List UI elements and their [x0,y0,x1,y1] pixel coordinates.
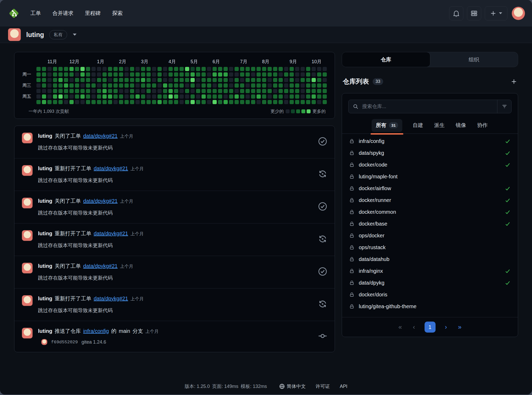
feed-avatar[interactable] [22,328,33,339]
repo-link[interactable]: data/spykg [359,150,384,156]
feed-entry-title: luting重新打开了工单data/dpykg#21上个月 [38,295,313,302]
repo-list-item[interactable]: data/spykg [342,147,518,159]
repo-search-input[interactable] [362,103,497,110]
feed-avatar[interactable] [22,132,33,143]
feed-actor-link[interactable]: luting [38,296,52,302]
filter-tab-forks[interactable]: 派生 [434,119,445,134]
filter-tab-mirrors[interactable]: 镜像 [455,119,467,134]
repo-list-item[interactable]: docker/base [342,218,518,230]
feed-actor-link[interactable]: luting [38,133,52,139]
feed-actor-link[interactable]: luting [38,231,52,237]
nav-item-pulls[interactable]: 合并请求 [52,10,73,17]
feed-actor-link[interactable]: luting [38,198,52,204]
commit-hash-link[interactable]: f69d552029 [51,340,78,345]
heatmap-cell [91,89,96,93]
gitea-logo-icon[interactable] [8,7,20,19]
repo-list-item[interactable]: docker/code [342,159,518,171]
filter-tab-collaborative[interactable]: 协作 [477,119,488,134]
repo-link[interactable]: docker/doris [359,292,387,298]
repo-link[interactable]: infra/nginx [359,268,383,274]
heatmap-cell [47,89,52,93]
pagination-last-button[interactable]: » [457,323,463,331]
repo-list-item[interactable]: data/dpykg [342,277,518,289]
heatmap-cell [141,89,145,93]
repo-link[interactable]: data/dpykg [359,280,384,286]
feed-avatar[interactable] [22,295,33,306]
heatmap-cell [185,83,189,88]
server-icon [471,10,477,17]
repo-list-item[interactable]: data/datahub [342,253,518,265]
feed-entry-title: luting关闭了工单data/dpykg#21上个月 [38,198,313,205]
admin-panel-button[interactable] [467,6,481,20]
repo-link[interactable]: docker/airflow [359,185,391,191]
feed-entry-title: luting推送了仓库infra/config的main分支上个月 [38,328,313,335]
feed-target-link[interactable]: data/dpykg#21 [94,231,128,237]
footer-language-link[interactable]: 简体中文 [279,383,306,389]
repo-link[interactable]: luting/gitea-github-theme [359,303,416,309]
repo-filter-button[interactable] [497,100,511,113]
create-new-button[interactable] [485,6,507,20]
filter-tab-all[interactable]: 所有31 [372,119,402,132]
nav-item-explore[interactable]: 探索 [112,10,123,17]
repo-link[interactable]: docker/base [359,221,387,227]
feed-target-link[interactable]: data/dpykg#21 [83,263,117,269]
heatmap-cell [163,67,167,71]
repo-link[interactable]: docker/runner [359,197,391,203]
heatmap-cell [102,83,107,88]
feed-target-link[interactable]: infra/config [83,328,109,334]
repo-link[interactable]: infra/config [359,138,384,144]
repo-link[interactable]: ops/rustack [359,244,386,250]
heatmap-cell [158,89,162,93]
feed-actor-link[interactable]: luting [38,263,52,269]
feed-commit-row: f69d552029gitea 1.24.6 [41,339,313,345]
repo-link[interactable]: luting/maple-font [359,174,398,180]
add-repo-button[interactable] [511,78,517,85]
feed-target-link[interactable]: data/dpykg#21 [83,198,117,204]
pagination-page-1-button[interactable]: 1 [425,322,436,333]
feed-target-link[interactable]: data/dpykg#21 [94,296,128,302]
feed-actor-link[interactable]: luting [38,166,52,172]
repo-list-item[interactable]: docker/airflow [342,183,518,194]
pagination-next-button[interactable]: › [443,323,449,331]
repo-list-item[interactable]: infra/config [342,135,518,147]
feed-actor-link[interactable]: luting [38,328,52,334]
status-check-icon [505,138,511,144]
repo-link[interactable]: docker/common [359,209,396,215]
profile-caret-down-icon[interactable] [73,34,77,36]
repo-link[interactable]: docker/code [359,162,387,168]
repo-list-item[interactable]: ops/rustack [342,242,518,253]
repo-list-item[interactable]: luting/maple-font [342,171,518,183]
tab-organizations[interactable]: 组织 [430,52,518,67]
nav-item-issues[interactable]: 工单 [30,10,41,17]
repo-list-item[interactable]: docker/common [342,206,518,218]
profile-username-link[interactable]: luting [26,31,44,39]
repo-list-item[interactable]: docker/runner [342,194,518,206]
heatmap-cell [251,100,255,104]
footer-api-link[interactable]: API [340,384,348,389]
feed-target-link[interactable]: data/dpykg#21 [94,166,128,172]
heatmap-cell [102,100,107,104]
repo-list-item[interactable]: luting/gitea-github-theme [342,301,518,312]
user-avatar[interactable] [512,7,525,20]
repo-list-item[interactable]: docker/doris [342,289,518,301]
repo-list-item[interactable]: infra/nginx [342,265,518,277]
tab-repositories[interactable]: 仓库 [342,52,430,67]
repo-list-item[interactable]: ops/docker [342,230,518,242]
filter-tab-sources[interactable]: 自建 [412,119,424,134]
heatmap-cell [174,78,178,82]
footer-license-link[interactable]: 许可证 [316,383,330,389]
notifications-button[interactable] [449,6,463,20]
heatmap-cell [257,72,261,77]
nav-item-milestones[interactable]: 里程碑 [85,10,101,17]
feed-avatar[interactable] [22,263,33,274]
heatmap-cell [42,83,46,88]
heatmap-cell [36,78,41,82]
feed-avatar[interactable] [22,165,33,176]
profile-avatar[interactable] [8,28,21,41]
heatmap-cell [273,89,277,93]
feed-avatar[interactable] [22,198,33,209]
feed-target-link[interactable]: data/dpykg#21 [83,133,117,139]
repo-link[interactable]: data/datahub [359,256,389,262]
repo-link[interactable]: ops/docker [359,233,384,239]
feed-avatar[interactable] [22,230,33,241]
